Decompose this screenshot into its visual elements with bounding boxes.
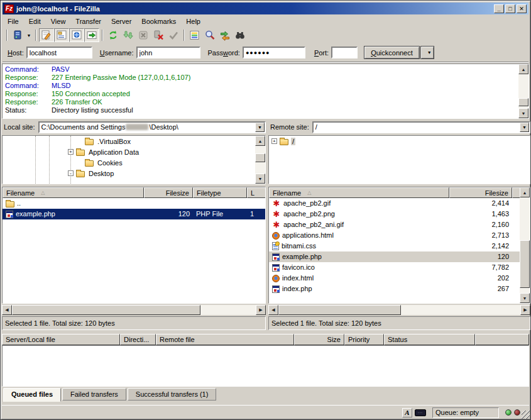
host-input[interactable] [26,47,92,58]
close-button[interactable]: ✕ [517,4,527,13]
file-row[interactable]: favicon.ico 7,782 [269,262,520,273]
title-bar[interactable]: Fz john@localhost - FileZilla _ □ ✕ [3,3,528,14]
scroll-down-icon[interactable]: ▼ [518,108,528,118]
toggle-local-tree-icon[interactable] [54,28,69,42]
scroll-up-icon[interactable]: ▲ [520,187,530,197]
menu-transfer[interactable]: Transfer [70,16,106,26]
remote-file-list[interactable]: Filename△ Filesize ✱apache_pb2.gif 2,414… [268,187,530,304]
local-list-hscrollbar[interactable]: ◀ ▶ [2,305,266,315]
scroll-left-icon[interactable]: ◀ [2,305,12,315]
maximize-button[interactable]: □ [505,4,515,13]
local-file-list[interactable]: Filename△ Filesize Filetype L .. example… [2,187,266,304]
column-header-priority[interactable]: Priority [344,334,384,345]
file-row[interactable]: bitnami.css 2,142 [269,241,520,251]
toggle-message-log-icon[interactable] [39,28,54,42]
scroll-up-icon[interactable]: ▲ [255,136,265,146]
file-row[interactable]: applications.html 2,713 [269,230,520,241]
tree-item-cookies[interactable]: Cookies [3,157,255,168]
column-header-filesize[interactable]: Filesize [144,187,193,198]
scroll-down-icon[interactable]: ▼ [520,293,530,303]
column-header-direction[interactable]: Directi... [120,334,156,345]
queue-list[interactable] [2,345,529,387]
process-queue-icon[interactable] [121,28,136,42]
toggle-remote-tree-icon[interactable] [69,28,84,42]
indicator-badge-icon[interactable]: ··· [415,409,426,416]
tab-failed-transfers[interactable]: Failed transfers [62,388,126,401]
tab-queued-files[interactable]: Queued files [3,388,61,402]
menu-edit[interactable]: Edit [24,16,46,26]
php-file-icon [272,253,280,261]
local-tree[interactable]: .VirtualBox +Application Data Cookies -D… [2,135,266,184]
column-header-filetype[interactable]: Filetype [193,187,247,198]
directory-comparison-icon[interactable] [202,28,217,42]
log-scrollbar[interactable]: ▲ ▼ [518,64,528,118]
message-log[interactable]: Command:PASV Response:227 Entering Passi… [2,64,529,119]
port-input[interactable] [331,47,358,58]
column-header-filename[interactable]: Filename△ [3,187,144,198]
column-header-remote-file[interactable]: Remote file [156,334,294,345]
file-row[interactable]: index.php 267 [269,284,520,294]
file-row-parent[interactable]: .. [3,198,265,209]
file-row[interactable]: index.html 202 [269,273,520,284]
toggle-transfer-queue-icon[interactable] [84,28,99,42]
tree-item-application-data[interactable]: +Application Data [3,146,255,157]
scroll-thumb[interactable] [520,240,530,288]
synchronized-browsing-icon[interactable] [217,28,233,42]
site-manager-icon[interactable] [10,28,25,42]
scroll-up-icon[interactable]: ▲ [518,64,528,74]
column-header-size[interactable]: Size [294,334,344,345]
file-row-example-php[interactable]: example.php 120 PHP File 1 [3,209,265,219]
scroll-down-icon[interactable]: ▼ [255,174,265,184]
local-site-combo[interactable]: C:\Documents and Settings\Desktop\ ▼ [38,121,266,133]
remote-list-hscrollbar[interactable]: ◀ ▶ [268,305,530,315]
file-row[interactable]: ✱apache_pb2_ani.gif 2,160 [269,219,520,230]
tree-item-root[interactable]: + / [269,136,530,146]
column-header-filesize[interactable]: Filesize [449,187,512,198]
resize-grip[interactable] [522,411,530,419]
remote-site-combo[interactable]: / ▼ [312,121,530,133]
filter-icon[interactable] [187,28,202,42]
menu-file[interactable]: File [3,16,24,26]
password-input[interactable] [243,47,305,58]
column-header-lastmodified[interactable]: L [247,187,266,198]
column-header-status[interactable]: Status [384,334,475,345]
collapse-icon[interactable]: - [68,170,74,176]
refresh-icon[interactable] [106,28,121,42]
scroll-right-icon[interactable]: ▶ [520,305,530,315]
column-header-server-local-file[interactable]: Server/Local file [2,334,120,345]
tab-successful-transfers[interactable]: Successful transfers (1) [128,388,217,401]
scroll-thumb[interactable] [12,305,200,315]
column-header-filename[interactable]: Filename△ [269,187,449,198]
site-manager-dropdown-icon[interactable]: ▼ [25,28,33,42]
ascii-datatype-icon[interactable]: A [402,408,412,417]
minimize-button[interactable]: _ [494,4,504,13]
reconnect-icon[interactable] [166,28,181,42]
menu-server[interactable]: Server [106,16,136,26]
file-row[interactable]: ✱apache_pb2.gif 2,414 [269,198,520,209]
quickconnect-dropdown-icon[interactable]: ▼ [420,46,434,59]
file-row[interactable]: ✱apache_pb2.png 1,463 [269,209,520,219]
combo-dropdown-icon[interactable]: ▼ [520,123,529,132]
scroll-thumb[interactable] [518,98,528,106]
scroll-right-icon[interactable]: ▶ [256,305,266,315]
menu-bookmarks[interactable]: Bookmarks [136,16,181,26]
disconnect-icon[interactable] [151,28,166,42]
quickconnect-button[interactable]: Quickconnect [364,46,420,59]
remote-list-scrollbar[interactable]: ▲ ▼ [520,187,530,303]
expand-icon[interactable]: + [68,149,74,155]
menu-help[interactable]: Help [181,16,205,26]
username-input[interactable] [136,47,200,58]
find-files-icon[interactable] [233,28,248,42]
tree-item-virtualbox[interactable]: .VirtualBox [3,136,255,146]
local-tree-scrollbar[interactable]: ▲ ▼ [255,136,265,184]
file-row-selected[interactable]: example.php 120 [269,251,520,262]
scroll-thumb[interactable] [278,305,401,315]
remote-tree[interactable]: + / [268,135,530,184]
expand-icon[interactable]: + [271,138,277,144]
cancel-operation-icon[interactable] [136,28,151,42]
scroll-thumb[interactable] [255,153,265,162]
combo-dropdown-icon[interactable]: ▼ [255,123,265,132]
scroll-left-icon[interactable]: ◀ [268,305,278,315]
menu-view[interactable]: View [46,16,71,26]
tree-item-desktop[interactable]: -Desktop [3,168,255,179]
